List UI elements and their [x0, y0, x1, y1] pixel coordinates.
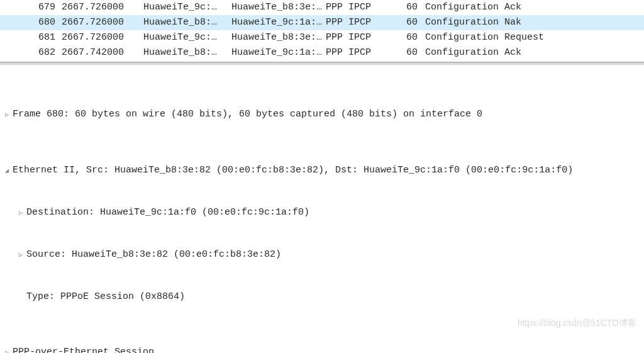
col-src: HuaweiTe_9c:…	[143, 1, 231, 14]
tree-row-frame[interactable]: Frame 680: 60 bytes on wire (480 bits), …	[0, 108, 644, 122]
col-proto: PPP IPCP	[326, 46, 389, 60]
packet-row-selected[interactable]: 680 2667.726000 HuaweiTe_b8:… HuaweiTe_9…	[0, 15, 644, 30]
tree-row-pppoe[interactable]: PPP-over-Ethernet Session	[0, 345, 644, 353]
expand-icon[interactable]	[1, 345, 13, 353]
tree-label: Type: PPPoE Session (0x8864)	[26, 290, 185, 304]
col-no: 680	[13, 16, 62, 30]
packet-row[interactable]: 682 2667.742000 HuaweiTe_b8:… HuaweiTe_9…	[0, 45, 644, 60]
col-proto: PPP IPCP	[326, 16, 389, 30]
no-toggle-icon	[15, 290, 26, 304]
collapse-icon[interactable]	[1, 164, 13, 178]
col-dst: HuaweiTe_9c:1a:…	[231, 46, 326, 60]
col-dst: HuaweiTe_b8:3e:…	[231, 1, 326, 14]
col-len: 60	[389, 31, 425, 45]
packet-details-pane: Frame 680: 60 bytes on wire (480 bits), …	[0, 65, 644, 353]
col-proto: PPP IPCP	[326, 31, 389, 45]
tree-label: Source: HuaweiTe_b8:3e:82 (00:e0:fc:b8:3…	[26, 248, 281, 262]
col-len: 60	[389, 46, 425, 60]
col-info: Configuration Ack	[425, 46, 644, 60]
expand-icon[interactable]	[1, 108, 13, 122]
tree-label: Ethernet II, Src: HuaweiTe_b8:3e:82 (00:…	[13, 164, 573, 177]
tree-row-eth-dst[interactable]: Destination: HuaweiTe_9c:1a:f0 (00:e0:fc…	[0, 206, 644, 220]
col-info: Configuration Request	[425, 31, 644, 45]
col-len: 60	[389, 1, 425, 14]
expand-icon[interactable]	[15, 248, 26, 262]
packet-row[interactable]: 681 2667.726000 HuaweiTe_9c:… HuaweiTe_b…	[0, 30, 644, 45]
col-no: 682	[13, 46, 62, 60]
col-src: HuaweiTe_9c:…	[143, 31, 231, 45]
packet-list-pane: 679 2667.726000 HuaweiTe_9c:… HuaweiTe_b…	[0, 0, 644, 63]
packet-row[interactable]: 679 2667.726000 HuaweiTe_9c:… HuaweiTe_b…	[0, 0, 644, 15]
col-no: 681	[13, 31, 62, 45]
col-time: 2667.726000	[62, 1, 143, 14]
col-len: 60	[389, 16, 425, 30]
col-dst: HuaweiTe_b8:3e:…	[231, 31, 326, 45]
tree-row-eth-src[interactable]: Source: HuaweiTe_b8:3e:82 (00:e0:fc:b8:3…	[0, 248, 644, 262]
col-src: HuaweiTe_b8:…	[143, 46, 231, 60]
col-time: 2667.726000	[62, 16, 143, 30]
tree-label: Frame 680: 60 bytes on wire (480 bits), …	[13, 108, 482, 121]
col-info: Configuration Ack	[425, 1, 644, 14]
col-dst: HuaweiTe_9c:1a:…	[231, 16, 326, 30]
col-time: 2667.742000	[62, 46, 143, 60]
col-info: Configuration Nak	[425, 16, 644, 30]
tree-label: PPP-over-Ethernet Session	[13, 345, 154, 353]
tree-label: Destination: HuaweiTe_9c:1a:f0 (00:e0:fc…	[26, 206, 309, 220]
col-time: 2667.726000	[62, 31, 143, 45]
tree-row-eth-type[interactable]: Type: PPPoE Session (0x8864)	[0, 290, 644, 304]
tree-row-ethernet[interactable]: Ethernet II, Src: HuaweiTe_b8:3e:82 (00:…	[0, 164, 644, 178]
col-proto: PPP IPCP	[326, 1, 389, 14]
col-no: 679	[13, 1, 62, 14]
expand-icon[interactable]	[15, 206, 26, 220]
col-src: HuaweiTe_b8:…	[143, 16, 231, 30]
